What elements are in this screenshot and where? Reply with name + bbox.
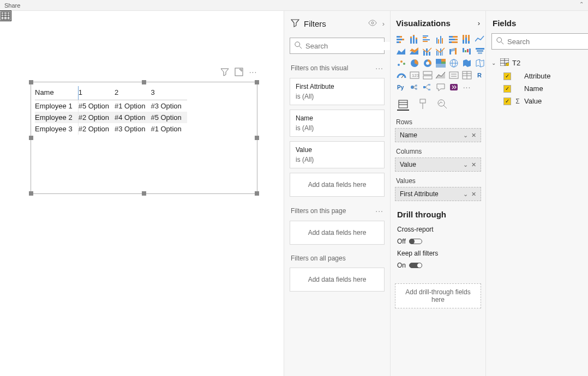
col-header[interactable]: 2	[115, 86, 151, 100]
viz-area-chart-icon[interactable]	[396, 46, 407, 56]
chevron-down-icon[interactable]: ⌄	[463, 161, 468, 168]
drop-zone-page[interactable]: Add data fields here	[290, 221, 385, 245]
viz-funnel-icon[interactable]	[475, 46, 485, 56]
viz-ribbon-icon[interactable]	[448, 46, 459, 56]
drill-through-drop[interactable]: Add drill-through fields here	[395, 283, 481, 308]
viz-powerapps-icon[interactable]	[448, 82, 459, 92]
report-canvas[interactable]: ··· Name 1	[0, 11, 284, 376]
remove-icon[interactable]: ✕	[471, 132, 476, 139]
viz-decomposition-tree-icon[interactable]	[422, 82, 433, 92]
remove-icon[interactable]: ✕	[471, 161, 476, 168]
viz-stacked-column-icon[interactable]	[409, 34, 420, 44]
field-node[interactable]: ✓ Σ Value	[491, 95, 588, 107]
viz-map-icon[interactable]	[448, 58, 459, 68]
resize-handle[interactable]	[29, 191, 33, 196]
viz-stacked-area-icon[interactable]	[409, 46, 420, 56]
well-chip-rows[interactable]: Name ⌄✕	[395, 128, 481, 142]
viz-slicer-icon[interactable]	[448, 70, 459, 80]
viz-line-clustered-column-icon[interactable]	[435, 46, 446, 56]
viz-100-stacked-column-icon[interactable]	[461, 34, 472, 44]
resize-handle[interactable]	[29, 136, 33, 140]
viz-pie-icon[interactable]	[409, 58, 420, 68]
viz-card-icon[interactable]: 123	[409, 70, 420, 80]
filter-card[interactable]: Value is (All)	[290, 141, 385, 168]
viz-table-icon[interactable]	[461, 70, 472, 80]
collapse-ribbon-icon[interactable]: ⌃	[579, 1, 584, 7]
fields-tab-icon[interactable]	[397, 99, 409, 111]
table-row[interactable]: Employee 3 #2 Option #3 Option #1 Option	[35, 123, 187, 135]
resize-handle[interactable]	[29, 80, 33, 84]
more-options-icon[interactable]: ···	[249, 68, 257, 76]
table-row[interactable]: Employee 1 #5 Option #1 Option #3 Option	[35, 100, 187, 112]
keep-filters-toggle[interactable]: On	[397, 262, 422, 269]
viz-more-icon[interactable]: ···	[461, 82, 472, 92]
filters-search[interactable]	[290, 38, 385, 54]
resize-handle[interactable]	[255, 136, 259, 140]
viz-clustered-column-icon[interactable]	[435, 34, 446, 44]
table-row[interactable]: Employee 2 #2 Option #4 Option #5 Option	[35, 112, 187, 123]
drop-zone-all[interactable]: Add data fields here	[290, 268, 385, 292]
viz-line-chart-icon[interactable]	[475, 34, 485, 44]
viz-scatter-icon[interactable]	[396, 58, 407, 68]
viz-clustered-bar-icon[interactable]	[422, 34, 433, 44]
viz-100-stacked-bar-icon[interactable]	[448, 34, 459, 44]
cell: #2 Option	[78, 112, 115, 123]
more-icon[interactable]: ···	[375, 64, 383, 72]
field-node[interactable]: ✓ Attribute	[491, 70, 588, 82]
viz-key-influencers-icon[interactable]	[409, 82, 420, 92]
focus-mode-icon[interactable]	[235, 68, 243, 76]
well-chip-values[interactable]: First Attribute ⌄✕	[395, 187, 481, 201]
search-input[interactable]	[305, 42, 390, 50]
svg-rect-23	[442, 38, 443, 44]
col-header[interactable]: 1	[78, 86, 115, 100]
filter-card[interactable]: First Attribute is (All)	[290, 78, 385, 105]
resize-handle[interactable]	[142, 80, 146, 84]
filter-icon[interactable]	[220, 68, 229, 76]
collapse-pane-icon[interactable]: ›	[382, 20, 385, 28]
resize-handle[interactable]	[255, 80, 259, 84]
eye-icon[interactable]	[368, 20, 377, 28]
drop-zone-visual[interactable]: Add data fields here	[290, 173, 385, 197]
share-button[interactable]: Share	[0, 1, 25, 10]
svg-point-52	[398, 64, 400, 66]
cross-report-toggle[interactable]: Off	[397, 238, 422, 245]
checkbox-checked[interactable]: ✓	[503, 85, 511, 93]
viz-r-visual-icon[interactable]: R	[475, 70, 485, 80]
viz-filled-map-icon[interactable]	[461, 58, 472, 68]
fields-search[interactable]	[491, 33, 588, 50]
chevron-down-icon[interactable]: ⌄	[463, 132, 468, 139]
table-node[interactable]: ⌄ ✓ T2	[491, 56, 588, 70]
resize-handle[interactable]	[142, 191, 146, 196]
remove-icon[interactable]: ✕	[471, 191, 476, 198]
viz-line-stacked-column-icon[interactable]	[422, 46, 433, 56]
format-tab-icon[interactable]	[417, 99, 429, 111]
viz-gauge-icon[interactable]	[396, 70, 407, 80]
viz-kpi-icon[interactable]	[435, 70, 446, 80]
viz-treemap-icon[interactable]	[435, 58, 446, 68]
checkbox-checked[interactable]: ✓	[503, 98, 511, 105]
checkbox-checked[interactable]: ✓	[503, 72, 511, 80]
svg-rect-40	[438, 52, 439, 56]
resize-handle[interactable]	[255, 191, 259, 196]
matrix-visual[interactable]: ··· Name 1	[31, 82, 257, 194]
viz-shape-map-icon[interactable]	[475, 58, 485, 68]
viz-donut-icon[interactable]	[422, 58, 433, 68]
viz-python-icon[interactable]: Py	[396, 82, 407, 92]
svg-rect-15	[416, 38, 417, 39]
filter-card[interactable]: Name is (All)	[290, 110, 385, 137]
collapse-pane-icon[interactable]: ›	[478, 19, 480, 27]
col-header[interactable]: Name	[35, 86, 78, 100]
svg-rect-20	[436, 38, 437, 44]
viz-multi-card-icon[interactable]	[422, 70, 433, 80]
analytics-tab-icon[interactable]	[436, 99, 448, 111]
well-chip-columns[interactable]: Value ⌄✕	[395, 157, 481, 172]
col-header[interactable]: 3	[151, 86, 187, 100]
chevron-down-icon[interactable]: ⌄	[463, 191, 468, 198]
svg-rect-69	[423, 76, 432, 79]
search-input[interactable]	[507, 38, 588, 46]
viz-stacked-bar-icon[interactable]	[396, 34, 407, 44]
viz-waterfall-icon[interactable]	[461, 46, 472, 56]
field-node[interactable]: ✓ Name	[491, 82, 588, 95]
more-icon[interactable]: ···	[375, 207, 383, 215]
viz-qa-icon[interactable]	[435, 82, 446, 92]
